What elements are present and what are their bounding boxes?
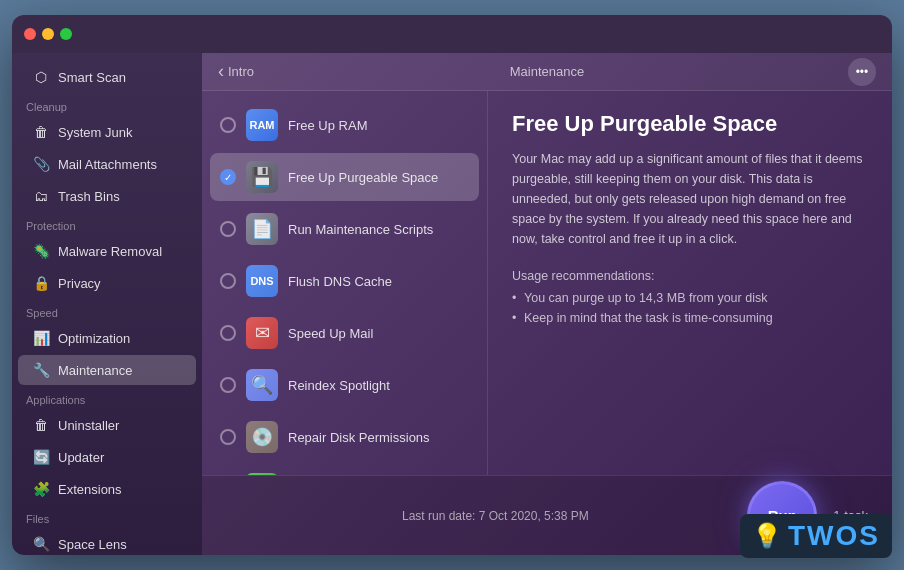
sidebar-item-label: Uninstaller — [58, 418, 119, 433]
sidebar-item-label: Trash Bins — [58, 189, 120, 204]
detail-description: Your Mac may add up a significant amount… — [512, 149, 868, 249]
task-item-free-up-purgeable[interactable]: 💾 Free Up Purgeable Space — [210, 153, 479, 201]
sidebar-item-label: Malware Removal — [58, 244, 162, 259]
sidebar: ⬡ Smart Scan Cleanup 🗑 System Junk 📎 Mai… — [12, 53, 202, 555]
task-label-free-up-purgeable: Free Up Purgeable Space — [288, 170, 438, 185]
uninstaller-icon: 🗑 — [32, 416, 50, 434]
task-label-free-up-ram: Free Up RAM — [288, 118, 367, 133]
task-icon-speed-up-mail: ✉ — [246, 317, 278, 349]
optimization-icon: 📊 — [32, 329, 50, 347]
task-item-flush-dns[interactable]: DNS Flush DNS Cache — [210, 257, 479, 305]
task-icon-free-up-purgeable: 💾 — [246, 161, 278, 193]
back-button[interactable]: Intro — [218, 61, 254, 82]
usage-recommendations: Usage recommendations: You can purge up … — [512, 269, 868, 325]
sidebar-item-extensions[interactable]: 🧩 Extensions — [18, 474, 196, 504]
title-bar — [12, 15, 892, 53]
sidebar-item-malware-removal[interactable]: 🦠 Malware Removal — [18, 236, 196, 266]
sidebar-item-label: Extensions — [58, 482, 122, 497]
task-icon-free-up-ram: RAM — [246, 109, 278, 141]
section-label-files: Files — [12, 505, 202, 528]
task-radio-speed-up-mail[interactable] — [220, 325, 236, 341]
usage-item-0: You can purge up to 14,3 MB from your di… — [512, 291, 868, 305]
section-label-cleanup: Cleanup — [12, 93, 202, 116]
task-radio-reindex-spotlight[interactable] — [220, 377, 236, 393]
sidebar-item-label: Maintenance — [58, 363, 132, 378]
task-label-flush-dns: Flush DNS Cache — [288, 274, 392, 289]
sidebar-item-trash-bins[interactable]: 🗂 Trash Bins — [18, 181, 196, 211]
sidebar-item-optimization[interactable]: 📊 Optimization — [18, 323, 196, 353]
task-radio-free-up-ram[interactable] — [220, 117, 236, 133]
content-header: Intro Maintenance ••• — [202, 53, 892, 91]
sidebar-item-uninstaller[interactable]: 🗑 Uninstaller — [18, 410, 196, 440]
sidebar-item-updater[interactable]: 🔄 Updater — [18, 442, 196, 472]
task-radio-free-up-purgeable[interactable] — [220, 169, 236, 185]
content-area: Intro Maintenance ••• RAM Free Up RAM — [202, 53, 892, 555]
last-run-date: Last run date: 7 Oct 2020, 5:38 PM — [402, 509, 589, 523]
task-label-repair-disk: Repair Disk Permissions — [288, 430, 430, 445]
sidebar-item-maintenance[interactable]: 🔧 Maintenance — [18, 355, 196, 385]
task-icon-repair-disk: 💿 — [246, 421, 278, 453]
task-list: RAM Free Up RAM 💾 Free Up Purgeable Spac… — [202, 91, 487, 475]
detail-panel: Free Up Purgeable Space Your Mac may add… — [487, 91, 892, 475]
header-dot-button[interactable]: ••• — [848, 58, 876, 86]
close-button[interactable] — [24, 28, 36, 40]
sidebar-item-label: System Junk — [58, 125, 132, 140]
system-junk-icon: 🗑 — [32, 123, 50, 141]
dot-icon: ••• — [856, 65, 869, 79]
twos-text: TWOS — [788, 520, 880, 552]
privacy-icon: 🔒 — [32, 274, 50, 292]
main-layout: ⬡ Smart Scan Cleanup 🗑 System Junk 📎 Mai… — [12, 53, 892, 555]
twos-icon: 💡 — [752, 522, 782, 550]
sidebar-item-smart-scan[interactable]: ⬡ Smart Scan — [18, 62, 196, 92]
app-window: ⬡ Smart Scan Cleanup 🗑 System Junk 📎 Mai… — [12, 15, 892, 555]
sidebar-item-label: Space Lens — [58, 537, 127, 552]
maximize-button[interactable] — [60, 28, 72, 40]
sidebar-item-mail-attachments[interactable]: 📎 Mail Attachments — [18, 149, 196, 179]
sidebar-item-label: Smart Scan — [58, 70, 126, 85]
sidebar-item-privacy[interactable]: 🔒 Privacy — [18, 268, 196, 298]
mail-attachments-icon: 📎 — [32, 155, 50, 173]
task-radio-run-maintenance[interactable] — [220, 221, 236, 237]
task-item-repair-disk[interactable]: 💿 Repair Disk Permissions — [210, 413, 479, 461]
task-icon-reindex-spotlight: 🔍 — [246, 369, 278, 401]
sidebar-item-label: Optimization — [58, 331, 130, 346]
section-label-protection: Protection — [12, 212, 202, 235]
section-label-applications: Applications — [12, 386, 202, 409]
maintenance-icon: 🔧 — [32, 361, 50, 379]
sidebar-item-system-junk[interactable]: 🗑 System Junk — [18, 117, 196, 147]
trash-bins-icon: 🗂 — [32, 187, 50, 205]
section-label-speed: Speed — [12, 299, 202, 322]
detail-title: Free Up Purgeable Space — [512, 111, 868, 137]
task-item-reindex-spotlight[interactable]: 🔍 Reindex Spotlight — [210, 361, 479, 409]
updater-icon: 🔄 — [32, 448, 50, 466]
extensions-icon: 🧩 — [32, 480, 50, 498]
usage-label: Usage recommendations: — [512, 269, 868, 283]
content-body: RAM Free Up RAM 💾 Free Up Purgeable Spac… — [202, 91, 892, 475]
task-label-speed-up-mail: Speed Up Mail — [288, 326, 373, 341]
smart-scan-icon: ⬡ — [32, 68, 50, 86]
traffic-lights — [24, 28, 72, 40]
usage-item-1: Keep in mind that the task is time-consu… — [512, 311, 868, 325]
sidebar-item-label: Updater — [58, 450, 104, 465]
task-radio-repair-disk[interactable] — [220, 429, 236, 445]
twos-badge: 💡 TWOS — [740, 514, 892, 558]
task-icon-run-maintenance: 📄 — [246, 213, 278, 245]
task-item-time-machine[interactable]: ⏰ Time Machine Snapshot Thinning — [210, 465, 479, 475]
task-label-reindex-spotlight: Reindex Spotlight — [288, 378, 390, 393]
page-title: Maintenance — [510, 64, 584, 79]
task-icon-flush-dns: DNS — [246, 265, 278, 297]
task-item-speed-up-mail[interactable]: ✉ Speed Up Mail — [210, 309, 479, 357]
space-lens-icon: 🔍 — [32, 535, 50, 553]
task-item-run-maintenance[interactable]: 📄 Run Maintenance Scripts — [210, 205, 479, 253]
task-label-run-maintenance: Run Maintenance Scripts — [288, 222, 433, 237]
sidebar-item-label: Privacy — [58, 276, 101, 291]
back-label: Intro — [228, 64, 254, 79]
sidebar-item-label: Mail Attachments — [58, 157, 157, 172]
minimize-button[interactable] — [42, 28, 54, 40]
malware-removal-icon: 🦠 — [32, 242, 50, 260]
task-radio-flush-dns[interactable] — [220, 273, 236, 289]
task-item-free-up-ram[interactable]: RAM Free Up RAM — [210, 101, 479, 149]
sidebar-item-space-lens[interactable]: 🔍 Space Lens — [18, 529, 196, 555]
